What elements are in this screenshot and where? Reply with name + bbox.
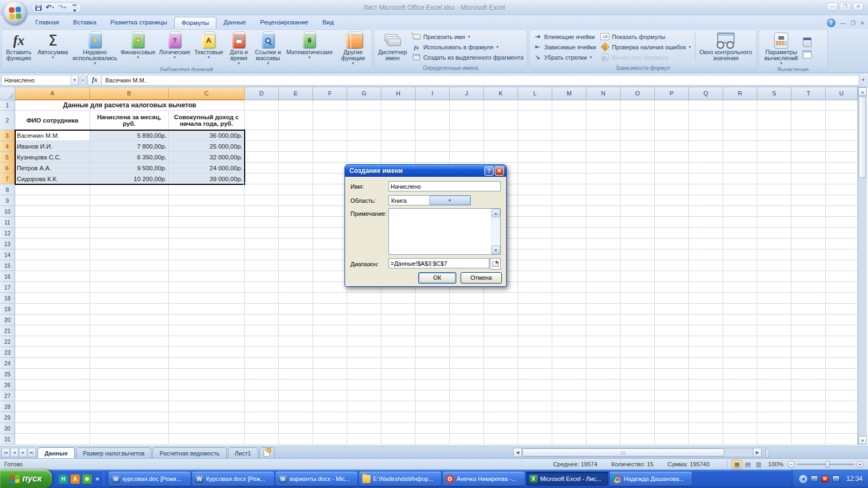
cell[interactable] (826, 423, 858, 434)
cell[interactable] (169, 239, 245, 249)
cell[interactable] (826, 100, 858, 111)
column-header-O[interactable]: O (621, 87, 655, 100)
cell[interactable] (757, 111, 792, 130)
cell[interactable] (621, 239, 655, 249)
cell-A6[interactable]: Петров А.А. (15, 163, 90, 174)
quick-launch-overflow-icon[interactable]: » (95, 475, 99, 483)
cell[interactable] (347, 325, 381, 336)
cell[interactable] (518, 130, 552, 141)
cell[interactable] (416, 358, 450, 369)
cell[interactable] (279, 174, 313, 184)
cell[interactable] (621, 304, 655, 314)
cell[interactable] (757, 358, 792, 369)
cell[interactable] (757, 174, 792, 184)
cell[interactable] (792, 239, 826, 249)
row-header-26[interactable]: 26 (0, 380, 15, 390)
cell[interactable] (245, 228, 279, 239)
cell[interactable] (621, 184, 655, 195)
cell[interactable] (15, 271, 90, 282)
cell[interactable] (723, 336, 757, 347)
cell[interactable] (621, 206, 655, 217)
row-header-8[interactable]: 8 (0, 184, 15, 195)
cell[interactable] (552, 141, 586, 152)
cell[interactable] (586, 228, 621, 239)
cell[interactable] (689, 369, 723, 380)
cell[interactable] (169, 260, 245, 271)
cell[interactable] (826, 293, 858, 304)
cell[interactable] (552, 314, 586, 325)
cell[interactable] (689, 184, 723, 195)
cell[interactable] (826, 390, 858, 401)
cell[interactable] (15, 336, 90, 347)
cell[interactable] (416, 293, 450, 304)
column-header-D[interactable]: D (245, 87, 279, 100)
cell[interactable] (723, 174, 757, 184)
range-field[interactable] (388, 258, 489, 268)
sheet-tab-1[interactable]: Данные (37, 447, 75, 458)
cell[interactable] (518, 325, 552, 336)
scroll-up-icon[interactable]: ▲ (492, 209, 500, 217)
cell-B5[interactable]: 6 350,00р. (90, 152, 169, 163)
cell-A5[interactable]: Кузнецова С.С. (15, 152, 90, 163)
cell[interactable] (484, 412, 518, 423)
cell[interactable] (450, 423, 484, 434)
cell-C7[interactable]: 39 000,00р. (169, 174, 245, 184)
cell-C2[interactable]: Совокупный доход с начала года, руб. (169, 111, 245, 130)
cell[interactable] (826, 249, 858, 260)
cell[interactable] (757, 423, 792, 434)
cell[interactable] (689, 152, 723, 163)
cell[interactable] (169, 293, 245, 304)
cell[interactable] (169, 184, 245, 195)
cell[interactable] (15, 434, 90, 445)
cell[interactable] (279, 249, 313, 260)
cell[interactable] (279, 111, 313, 130)
cell[interactable] (416, 369, 450, 380)
trace-dependents-button[interactable]: ⇤ Зависимые ячейки (531, 42, 598, 52)
cell[interactable] (381, 314, 416, 325)
cell[interactable] (621, 249, 655, 260)
trace-precedents-button[interactable]: ⇥ Влияющие ячейки (531, 31, 598, 42)
ribbon-tab-7[interactable]: Вид (315, 17, 341, 29)
workbook-restore-icon[interactable]: ❐ (851, 20, 856, 26)
cell[interactable] (723, 304, 757, 314)
cell-title[interactable]: Данные для расчета налоговых вычетов (15, 100, 245, 111)
cell[interactable] (586, 249, 621, 260)
column-header-S[interactable]: S (757, 87, 792, 100)
cell[interactable] (245, 369, 279, 380)
cell[interactable] (169, 423, 245, 434)
cell[interactable] (552, 217, 586, 228)
cell[interactable] (826, 152, 858, 163)
cell[interactable] (347, 100, 381, 111)
lookup-reference-button[interactable]: Ссылки и массивы ▼ (252, 30, 283, 65)
cell-C3[interactable]: 36 000,00р. (169, 130, 245, 141)
cell[interactable] (279, 260, 313, 271)
cell[interactable] (416, 434, 450, 445)
cell[interactable] (484, 390, 518, 401)
cell[interactable] (655, 434, 689, 445)
date-time-button[interactable]: Дата и время ▼ (225, 30, 252, 65)
column-header-K[interactable]: K (484, 87, 518, 100)
cell[interactable] (15, 184, 90, 195)
close-button[interactable]: ✕ (853, 3, 864, 11)
cell[interactable] (655, 314, 689, 325)
cell[interactable] (723, 293, 757, 304)
column-header-F[interactable]: F (313, 87, 347, 100)
cell[interactable] (621, 163, 655, 174)
cell[interactable] (621, 325, 655, 336)
cell[interactable] (792, 304, 826, 314)
cell[interactable] (416, 111, 450, 130)
cell[interactable] (723, 249, 757, 260)
cell[interactable] (518, 423, 552, 434)
cell[interactable] (655, 152, 689, 163)
taskbar-task-7[interactable]: Надежда Дашанова... (610, 472, 692, 486)
cell[interactable] (518, 217, 552, 228)
cell[interactable] (416, 152, 450, 163)
cell[interactable] (313, 293, 347, 304)
ribbon-tab-6[interactable]: Рецензирование (253, 17, 315, 29)
ok-button[interactable]: ОК (418, 272, 456, 284)
ribbon-tab-3[interactable]: Разметка страницы (104, 17, 174, 29)
cell[interactable] (792, 325, 826, 336)
cell[interactable] (552, 412, 586, 423)
cell[interactable] (313, 174, 347, 184)
cell[interactable] (313, 304, 347, 314)
